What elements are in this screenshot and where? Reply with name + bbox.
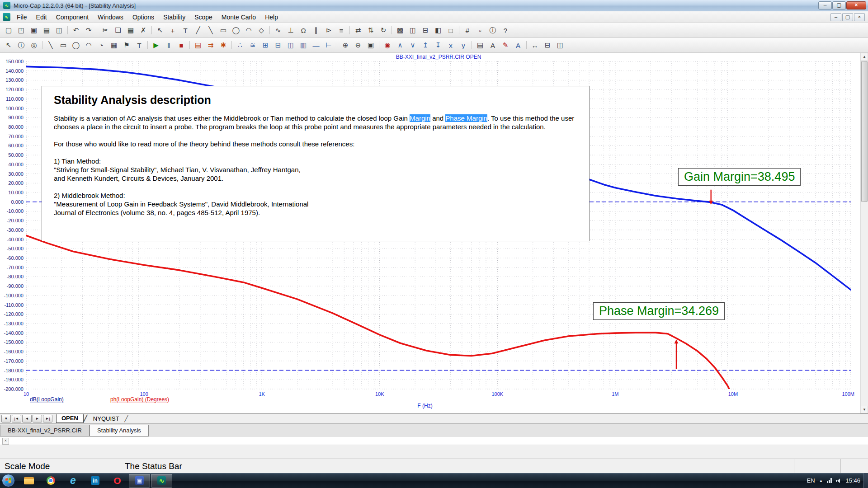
taskbar-explorer-button[interactable] (18, 474, 39, 488)
tile-horizontal-icon[interactable]: ⊟ (419, 24, 432, 37)
clock[interactable]: 15:46 (845, 477, 860, 484)
menu-help[interactable]: Help (260, 12, 283, 22)
ruler-icon[interactable]: ⊞ (259, 39, 272, 52)
rotate-icon[interactable]: ↻ (377, 24, 390, 37)
scroll-thumb[interactable] (861, 61, 868, 202)
menu-monte-carlo[interactable]: Monte Carlo (217, 12, 260, 22)
taskbar-save-window-button[interactable]: ▣ (129, 474, 150, 488)
panel-close-icon[interactable]: × (2, 438, 9, 445)
line-mode-icon[interactable]: ╲ (204, 24, 217, 37)
network-icon[interactable] (827, 478, 832, 483)
taskbar-opera-button[interactable]: O (107, 474, 128, 488)
cascade-windows-icon[interactable]: ▩ (394, 24, 406, 37)
open-circuit-icon[interactable]: ◳ (15, 24, 28, 37)
legend-phase[interactable]: ph(LoopGain) (Degrees) (110, 396, 169, 403)
graphic-line-icon[interactable]: ╲ (44, 39, 57, 52)
valley-icon[interactable]: ∨ (406, 39, 419, 52)
pan-icon[interactable]: ↔ (528, 39, 541, 52)
flag-icon[interactable]: ⚑ (120, 39, 133, 52)
restore-button[interactable]: ▢ (832, 1, 846, 9)
maximize-window-icon[interactable]: □ (444, 24, 457, 37)
tab-scroll-menu-button[interactable]: ▼ (1, 415, 11, 422)
grid-toggle-icon[interactable]: # (461, 24, 474, 37)
mdi-close-button[interactable]: × (854, 13, 865, 21)
menu-stability[interactable]: Stability (159, 12, 190, 22)
properties-icon[interactable]: ▤ (474, 39, 486, 52)
vertical-scrollbar[interactable]: ▲ ▼ (860, 53, 868, 413)
redo-icon[interactable]: ↷ (82, 24, 95, 37)
tokens-icon[interactable]: ≋ (246, 39, 259, 52)
optimize-icon[interactable]: ✱ (217, 39, 230, 52)
volume-icon[interactable] (836, 478, 841, 483)
menu-scope[interactable]: Scope (190, 12, 217, 22)
low-icon[interactable]: ↧ (432, 39, 444, 52)
paste-icon[interactable]: ▦ (124, 24, 137, 37)
wire-mode-icon[interactable]: ╱ (192, 24, 204, 37)
titlebar[interactable]: ∿ Micro-Cap 12.2.0.3 (64 bit) - [Stabili… (0, 0, 868, 11)
graphic-ellipse-icon[interactable]: ◯ (70, 39, 82, 52)
go-to-x-icon[interactable]: x (444, 39, 457, 52)
taskbar-chrome-button[interactable] (40, 474, 61, 488)
save-circuit-icon[interactable]: ▣ (28, 24, 40, 37)
baseline-icon[interactable]: — (310, 39, 322, 52)
tray-expand-icon[interactable]: ▲ (819, 479, 823, 483)
pen-color-icon[interactable]: ✎ (499, 39, 512, 52)
undo-icon[interactable]: ↶ (70, 24, 82, 37)
sine-source-icon[interactable]: ∿ (272, 24, 284, 37)
high-icon[interactable]: ↥ (419, 39, 432, 52)
taskbar-microcap-button[interactable]: ∿ (151, 474, 172, 488)
print-preview-icon[interactable]: ◫ (53, 24, 66, 37)
menu-options[interactable]: Options (128, 12, 159, 22)
phase-margin-label[interactable]: Phase Margin=34.269 (593, 302, 725, 320)
new-circuit-icon[interactable]: ▢ (2, 24, 15, 37)
text-tool-icon[interactable]: T (133, 39, 146, 52)
mdi-minimize-button[interactable]: – (830, 13, 841, 21)
vertical-axis-grids-icon[interactable]: ◫ (284, 39, 297, 52)
menu-file[interactable]: File (12, 12, 32, 22)
battery-icon[interactable]: ≡ (335, 24, 348, 37)
flip-horizontal-icon[interactable]: ⇄ (352, 24, 364, 37)
graphic-rectangle-icon[interactable]: ▭ (57, 39, 70, 52)
split-horizontal-icon[interactable]: ⊟ (541, 39, 554, 52)
graphic-picture-icon[interactable]: ▦ (108, 39, 120, 52)
tab-nyquist[interactable]: NYQUIST (88, 414, 124, 423)
first-plot-button[interactable]: |◄ (12, 415, 21, 422)
font-icon[interactable]: A (512, 39, 524, 52)
horizontal-cursor-icon[interactable]: ⊢ (322, 39, 335, 52)
next-plot-button[interactable]: ► (33, 415, 42, 422)
delete-icon[interactable]: ✗ (137, 24, 150, 37)
polygon-mode-icon[interactable]: ◇ (255, 24, 268, 37)
rectangle-mode-icon[interactable]: ▭ (217, 24, 230, 37)
border-toggle-icon[interactable]: ▫ (474, 24, 486, 37)
menu-windows[interactable]: Windows (93, 12, 128, 22)
zoom-window-icon[interactable]: ▣ (364, 39, 377, 52)
previous-plot-button[interactable]: ◄ (22, 415, 32, 422)
menu-component[interactable]: Component (52, 12, 93, 22)
stepping-icon[interactable]: ⇉ (204, 39, 217, 52)
gain-margin-label[interactable]: Gain Margin=38.495 (678, 168, 801, 186)
tab-stability-analysis[interactable]: Stability Analysis (90, 425, 149, 436)
resistor-icon[interactable]: Ω (297, 24, 310, 37)
info-icon[interactable]: ⓘ (486, 24, 499, 37)
zoom-in-icon[interactable]: ⊕ (339, 39, 352, 52)
minor-log-grids-icon[interactable]: ▥ (297, 39, 310, 52)
tab-open[interactable]: OPEN (56, 414, 84, 423)
last-plot-button[interactable]: ►| (43, 415, 52, 422)
start-button[interactable] (2, 474, 15, 487)
ground-icon[interactable]: ⊥ (284, 24, 297, 37)
tab-circuit-file[interactable]: BB-XXI_final_v2_PSRR.CIR (0, 425, 90, 436)
component-mode-icon[interactable]: + (166, 24, 179, 37)
scroll-down-button[interactable]: ▼ (861, 406, 868, 413)
minimize-button[interactable]: – (818, 1, 832, 9)
capacitor-icon[interactable]: ∥ (310, 24, 322, 37)
cursor-select-icon[interactable]: ↖ (2, 39, 15, 52)
scroll-up-button[interactable]: ▲ (861, 53, 868, 61)
show-desktop-button[interactable] (863, 473, 868, 488)
taskbar-ie-button[interactable]: e (62, 474, 84, 488)
cut-icon[interactable]: ✂ (99, 24, 112, 37)
run-icon[interactable]: ▶ (150, 39, 162, 52)
diode-icon[interactable]: ⊳ (322, 24, 335, 37)
go-to-y-icon[interactable]: y (457, 39, 470, 52)
horizontal-axis-grids-icon[interactable]: ⊟ (272, 39, 284, 52)
description-text-box[interactable]: Stability Analysis description Stability… (42, 86, 590, 241)
